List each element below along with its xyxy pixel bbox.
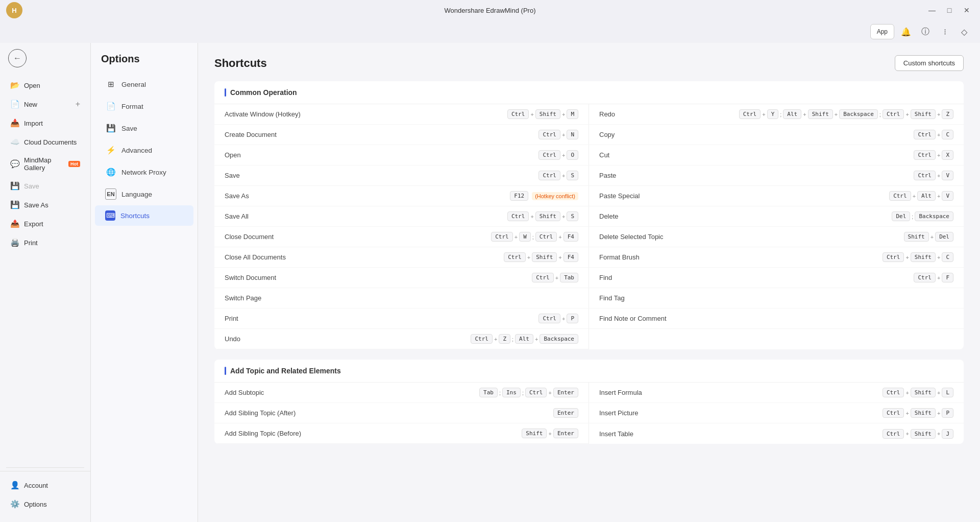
new-icon: 📄 (10, 100, 20, 109)
sidebar-nav: 📂 Open 📄 New + 📥 Import ☁️ Cloud Documen… (0, 72, 90, 464)
key-sep: + (937, 431, 940, 437)
sidebar-label-account: Account (24, 482, 48, 489)
options-item-network-proxy[interactable]: 🌐 Network Proxy (95, 161, 193, 183)
shortcut-keys: Ctrl+Shift+L (883, 388, 953, 397)
shortcut-keys: Ctrl+S (538, 171, 578, 180)
options-sidebar: Options ⊞ General 📄 Format 💾 Save ⚡ Adva… (91, 43, 198, 522)
diamond-icon[interactable]: ◇ (957, 24, 972, 39)
window-controls: — □ ✕ (925, 3, 974, 17)
shortcut-row: Delete Selected Topic Shift+Del (589, 227, 964, 247)
key-badge: N (567, 130, 578, 139)
key-badge: Ctrl (739, 109, 761, 119)
shortcut-row: Paste Ctrl+V (589, 165, 964, 186)
sidebar-item-options[interactable]: ⚙️ Options (2, 495, 88, 513)
key-sep: + (905, 390, 909, 396)
shortcut-row: Close All Documents Ctrl+Shift+F4 (214, 247, 589, 268)
key-badge: J (942, 429, 953, 439)
shortcut-name: Print (225, 315, 238, 322)
options-item-language[interactable]: EN Language (95, 183, 193, 205)
sidebar-item-save[interactable]: 💾 Save (2, 177, 88, 195)
key-badge: Shift (535, 211, 560, 221)
shortcut-name: Delete (599, 212, 619, 220)
shortcut-name: Copy (599, 131, 615, 138)
key-badge: Ctrl (889, 191, 911, 201)
sidebar-item-cloud[interactable]: ☁️ Cloud Documents (2, 133, 88, 151)
key-badge: Tab (479, 388, 498, 397)
account-icon: 👤 (10, 481, 20, 490)
maximize-button[interactable]: □ (942, 3, 957, 17)
key-badge: Ctrl (883, 429, 904, 439)
options-item-general[interactable]: ⊞ General (95, 74, 193, 95)
options-label-advanced: Advanced (121, 147, 152, 154)
options-label-general: General (121, 81, 146, 88)
save-icon: 💾 (10, 181, 20, 191)
help-icon[interactable]: ⓘ (918, 24, 933, 39)
key-badge: V (942, 191, 953, 201)
key-badge: Backspace (540, 334, 578, 344)
shortcut-keys: Ctrl+F (914, 273, 953, 282)
app-button[interactable]: App (870, 24, 894, 39)
minimize-button[interactable]: — (925, 3, 939, 17)
page-title: Shortcuts (214, 57, 267, 70)
key-sep: ; (512, 336, 513, 342)
shortcut-row: Switch Page (214, 288, 589, 309)
key-badge: Alt (515, 334, 533, 344)
sidebar-item-import[interactable]: 📥 Import (2, 114, 88, 132)
shortcut-name: Find (599, 274, 612, 281)
sidebar-item-mindmap[interactable]: 💬 MindMap Gallery Hot (2, 152, 88, 176)
shortcut-row: Save As F12 (Hotkey conflict) (214, 186, 589, 206)
key-badge: Ins (502, 388, 521, 397)
key-badge: F4 (564, 252, 578, 262)
custom-shortcuts-button[interactable]: Custom shortcuts (895, 55, 964, 71)
shortcut-name: Add Sibling Topic (After) (225, 409, 296, 417)
options-save-icon: 💾 (105, 123, 116, 134)
back-button[interactable]: ← (8, 49, 27, 67)
key-badge: Del (935, 232, 953, 242)
sidebar-item-open[interactable]: 📂 Open (2, 76, 88, 94)
sidebar-item-export[interactable]: 📤 Export (2, 215, 88, 233)
shortcut-row: Format Brush Ctrl+Shift+C (589, 247, 964, 268)
sidebar-label-save-as: Save As (24, 201, 48, 209)
shortcut-row: Delete Del;Backspace (589, 206, 964, 227)
sidebar-label-print: Print (24, 239, 38, 247)
shortcut-name: Undo (225, 335, 240, 343)
general-icon: ⊞ (105, 79, 116, 90)
sidebar-item-account[interactable]: 👤 Account (2, 476, 88, 494)
shortcut-row: Create Document Ctrl+N (214, 125, 589, 145)
shortcut-row: Find Ctrl+F (589, 268, 964, 288)
close-button[interactable]: ✕ (960, 3, 974, 17)
options-item-format[interactable]: 📄 Format (95, 96, 193, 117)
key-badge: Ctrl (532, 273, 554, 282)
shortcut-keys: Ctrl+Shift+J (883, 429, 953, 439)
key-sep: + (905, 111, 909, 117)
key-sep: + (530, 213, 533, 220)
shortcut-row: Redo Ctrl+Y;Alt+Shift+Backspace;Ctrl+Shi… (589, 104, 964, 125)
key-sep: ; (499, 390, 501, 396)
sidebar-item-new[interactable]: 📄 New + (2, 95, 88, 113)
key-badge: Ctrl (883, 109, 904, 119)
key-sep: + (937, 254, 940, 260)
sidebar-item-print[interactable]: 🖨️ Print (2, 233, 88, 252)
format-icon: 📄 (105, 101, 116, 112)
grid-icon[interactable]: ⁝ (937, 24, 952, 39)
user-avatar: H (6, 2, 22, 18)
key-sep: + (562, 213, 565, 220)
key-sep: + (555, 275, 558, 281)
key-sep: ; (522, 390, 524, 396)
sidebar-label-mindmap: MindMap Gallery (24, 156, 64, 172)
options-item-shortcuts[interactable]: ⌨ Shortcuts (95, 205, 193, 226)
key-badge: Ctrl (491, 232, 513, 242)
shortcut-name: Find Tag (599, 294, 625, 302)
options-item-save[interactable]: 💾 Save (95, 117, 193, 139)
shortcut-name: Switch Document (225, 274, 276, 281)
sidebar-item-save-as[interactable]: 💾 Save As (2, 196, 88, 214)
page-header: Shortcuts Custom shortcuts (214, 55, 964, 71)
shortcut-keys: Del;Backspace (892, 211, 953, 221)
add-topic-grid: Add Subtopic Tab;Ins;Ctrl+Enter Insert F… (214, 383, 964, 444)
shortcut-name: Open (225, 151, 241, 159)
bell-icon[interactable]: 🔔 (898, 24, 914, 39)
key-badge: Ctrl (883, 388, 904, 397)
options-item-advanced[interactable]: ⚡ Advanced (95, 139, 193, 161)
key-badge: Z (499, 334, 510, 344)
key-sep: + (562, 173, 565, 179)
